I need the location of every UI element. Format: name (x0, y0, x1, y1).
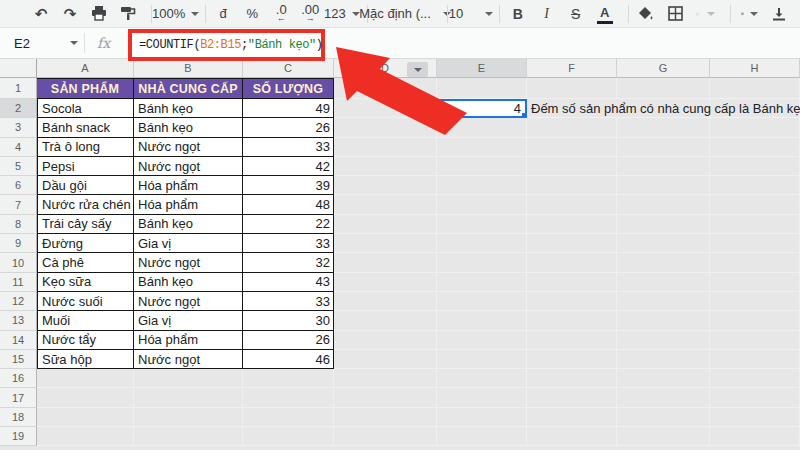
cell-D8[interactable] (334, 215, 437, 234)
row-header-19[interactable]: 19 (0, 427, 37, 446)
merge-cells-icon[interactable] (696, 4, 715, 24)
cell-G1[interactable] (617, 78, 710, 99)
cell-D15[interactable] (334, 350, 437, 369)
cell-F15[interactable] (527, 350, 617, 369)
cell-B13[interactable]: Gia vị (134, 311, 243, 330)
cell-G19[interactable] (617, 427, 710, 446)
borders-icon[interactable] (667, 4, 683, 24)
cell-A16[interactable] (37, 369, 134, 388)
row-header-5[interactable]: 5 (0, 157, 37, 176)
cell-D3[interactable] (334, 118, 437, 137)
row-header-16[interactable]: 16 (0, 369, 37, 388)
percent-format-icon[interactable]: % (244, 4, 260, 24)
cell-G7[interactable] (617, 195, 710, 214)
italic-button[interactable]: I (539, 4, 555, 24)
cell-E19[interactable] (437, 427, 527, 446)
cell-D18[interactable] (334, 408, 437, 427)
name-box[interactable]: E2 (0, 28, 84, 58)
cell-G17[interactable] (617, 388, 710, 407)
cell-G5[interactable] (617, 157, 710, 176)
column-header-A[interactable]: A (37, 59, 134, 78)
redo-icon[interactable]: ↷ (62, 4, 78, 24)
cell-B8[interactable]: Bánh kẹo (134, 215, 243, 234)
row-header-1[interactable]: 1 (0, 78, 37, 99)
cell-B6[interactable]: Hóa phẩm (134, 176, 243, 195)
cell-H11[interactable] (710, 273, 800, 292)
cell-C10[interactable]: 32 (243, 253, 334, 272)
cell-F16[interactable] (527, 369, 617, 388)
cell-C6[interactable]: 39 (243, 176, 334, 195)
cell-G14[interactable] (617, 331, 710, 350)
cell-A4[interactable]: Trà ô long (37, 138, 134, 157)
cell-B7[interactable]: Hóa phẩm (134, 195, 243, 214)
cell-C11[interactable]: 43 (243, 273, 334, 292)
cell-C12[interactable]: 33 (243, 292, 334, 311)
cell-C16[interactable] (243, 369, 334, 388)
cell-C19[interactable] (243, 427, 334, 446)
cell-A2[interactable]: Socola (37, 99, 134, 118)
cell-G9[interactable] (617, 234, 710, 253)
cell-H18[interactable] (710, 408, 800, 427)
row-header-6[interactable]: 6 (0, 176, 37, 195)
cell-F18[interactable] (527, 408, 617, 427)
column-d-dropdown-button[interactable] (407, 62, 428, 77)
cell-D13[interactable] (334, 311, 437, 330)
row-header-17[interactable]: 17 (0, 388, 37, 407)
cell-G10[interactable] (617, 253, 710, 272)
fill-color-icon[interactable] (638, 4, 654, 24)
cell-A8[interactable]: Trái cây sấy (37, 215, 134, 234)
cell-B3[interactable]: Bánh kẹo (134, 118, 243, 137)
column-header-E[interactable]: E (437, 59, 527, 78)
cell-A12[interactable]: Nước suối (37, 292, 134, 311)
cell-B2[interactable]: Bánh kẹo (134, 99, 243, 118)
cell-F11[interactable] (527, 273, 617, 292)
cell-C17[interactable] (243, 388, 334, 407)
formula-input[interactable]: =COUNTIF(B2:B15;"Bánh kẹo") (139, 38, 323, 52)
cell-H15[interactable] (710, 350, 800, 369)
row-header-15[interactable]: 15 (0, 350, 37, 369)
cell-A18[interactable] (37, 408, 134, 427)
cell-E16[interactable] (437, 369, 527, 388)
cell-F5[interactable] (527, 157, 617, 176)
cell-E11[interactable] (437, 273, 527, 292)
cell-H13[interactable] (710, 311, 800, 330)
cell-A11[interactable]: Kẹo sữa (37, 273, 134, 292)
row-header-3[interactable]: 3 (0, 118, 37, 137)
cell-G11[interactable] (617, 273, 710, 292)
cell-H17[interactable] (710, 388, 800, 407)
cell-D14[interactable] (334, 331, 437, 350)
cell-F1[interactable] (527, 78, 617, 99)
cell-C14[interactable]: 26 (243, 331, 334, 350)
cell-F6[interactable] (527, 176, 617, 195)
column-header-B[interactable]: B (134, 59, 243, 78)
cell-D11[interactable] (334, 273, 437, 292)
cell-E8[interactable] (437, 215, 527, 234)
cell-H5[interactable] (710, 157, 800, 176)
selected-cell-E2[interactable]: 4 (437, 99, 527, 118)
cell-G12[interactable] (617, 292, 710, 311)
cell-G6[interactable] (617, 176, 710, 195)
cell-C8[interactable]: 22 (243, 215, 334, 234)
horizontal-align-icon[interactable] (741, 4, 758, 24)
cell-E18[interactable] (437, 408, 527, 427)
cell-A17[interactable] (37, 388, 134, 407)
row-header-13[interactable]: 13 (0, 311, 37, 330)
cell-C5[interactable]: 42 (243, 157, 334, 176)
column-header-F[interactable]: F (527, 59, 617, 78)
font-size-select[interactable]: 10 (458, 4, 484, 24)
row-header-2[interactable]: 2 (0, 99, 37, 118)
row-header-14[interactable]: 14 (0, 331, 37, 350)
cell-A7[interactable]: Nước rửa chén (37, 195, 134, 214)
row-header-4[interactable]: 4 (0, 138, 37, 157)
cell-G4[interactable] (617, 138, 710, 157)
cell-G16[interactable] (617, 369, 710, 388)
cell-D2[interactable] (334, 99, 437, 118)
cell-G15[interactable] (617, 350, 710, 369)
cell-H4[interactable] (710, 138, 800, 157)
cell-D6[interactable] (334, 176, 437, 195)
cell-F17[interactable] (527, 388, 617, 407)
cell-C18[interactable] (243, 408, 334, 427)
cell-D17[interactable] (334, 388, 437, 407)
zoom-select[interactable]: 100% (162, 4, 190, 24)
cell-H10[interactable] (710, 253, 800, 272)
